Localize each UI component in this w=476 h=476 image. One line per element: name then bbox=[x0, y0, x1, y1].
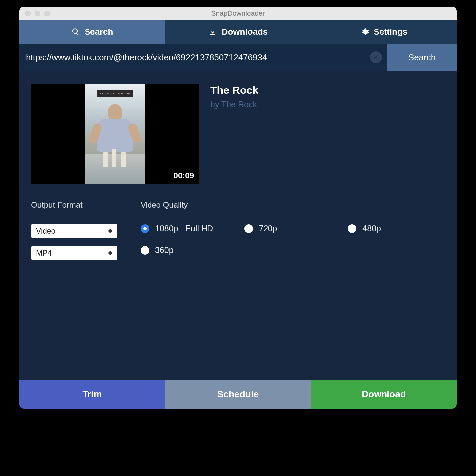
trim-button[interactable]: Trim bbox=[19, 380, 165, 409]
format-container-select[interactable]: MP4 bbox=[31, 246, 117, 260]
options: Output Format Video MP4 Video Quality 10… bbox=[31, 200, 445, 268]
quality-480p-label: 480p bbox=[362, 224, 381, 233]
schedule-button-label: Schedule bbox=[217, 389, 259, 400]
titlebar: SnapDownloader bbox=[19, 7, 457, 20]
search-button[interactable]: Search bbox=[387, 44, 457, 71]
video-quality-section: Video Quality 1080p - Full HD 720p 480p bbox=[141, 200, 445, 268]
quality-360p[interactable]: 360p bbox=[141, 245, 238, 255]
tab-search[interactable]: Search bbox=[19, 20, 165, 44]
format-container-value: MP4 bbox=[36, 249, 52, 258]
output-format-title: Output Format bbox=[31, 200, 127, 214]
spacer bbox=[31, 268, 445, 380]
tabs: Search Downloads Settings bbox=[19, 20, 457, 44]
schedule-button[interactable]: Schedule bbox=[165, 380, 311, 409]
tab-downloads[interactable]: Downloads bbox=[165, 20, 311, 44]
format-type-value: Video bbox=[36, 227, 55, 236]
app-window: SnapDownloader Search Downloads Settings… bbox=[19, 7, 457, 409]
tab-downloads-label: Downloads bbox=[222, 27, 268, 37]
quality-720p-label: 720p bbox=[259, 224, 277, 233]
tab-settings[interactable]: Settings bbox=[311, 20, 457, 44]
gear-icon bbox=[360, 28, 369, 36]
video-thumbnail[interactable]: ENJOY YOUR MANA 00:09 bbox=[31, 84, 199, 184]
quality-1080p[interactable]: 1080p - Full HD bbox=[141, 224, 238, 233]
video-meta: The Rock by The Rock bbox=[210, 84, 258, 184]
url-input[interactable] bbox=[26, 52, 370, 63]
radio-icon bbox=[348, 224, 356, 233]
searchbar: Search bbox=[19, 44, 457, 71]
tab-settings-label: Settings bbox=[374, 27, 408, 37]
close-icon bbox=[373, 54, 379, 60]
radio-icon bbox=[141, 224, 149, 233]
chevron-updown-icon bbox=[108, 229, 112, 233]
footer: Trim Schedule Download bbox=[19, 380, 457, 409]
output-format-section: Output Format Video MP4 bbox=[31, 200, 127, 268]
video-author: by The Rock bbox=[210, 100, 258, 109]
download-button-label: Download bbox=[362, 389, 406, 400]
trim-button-label: Trim bbox=[82, 389, 102, 400]
radio-icon bbox=[141, 246, 149, 255]
download-icon bbox=[208, 28, 217, 36]
download-button[interactable]: Download bbox=[311, 380, 457, 409]
video-duration: 00:09 bbox=[174, 171, 194, 180]
radio-icon bbox=[244, 224, 253, 233]
video-quality-title: Video Quality bbox=[141, 200, 445, 214]
content: ENJOY YOUR MANA 00:09 The Rock by The Ro… bbox=[19, 71, 457, 380]
search-icon bbox=[71, 28, 80, 36]
clear-url-button[interactable] bbox=[370, 51, 382, 63]
search-button-label: Search bbox=[408, 52, 436, 63]
tab-search-label: Search bbox=[85, 27, 113, 37]
thumbnail-image: ENJOY YOUR MANA bbox=[85, 84, 145, 184]
quality-360p-label: 360p bbox=[155, 245, 174, 255]
video-row: ENJOY YOUR MANA 00:09 The Rock by The Ro… bbox=[31, 84, 445, 184]
quality-720p[interactable]: 720p bbox=[244, 224, 341, 233]
quality-grid: 1080p - Full HD 720p 480p 360p bbox=[141, 224, 445, 255]
quality-1080p-label: 1080p - Full HD bbox=[155, 224, 213, 233]
video-title: The Rock bbox=[210, 84, 258, 96]
url-field-wrap bbox=[19, 44, 387, 71]
chevron-updown-icon bbox=[108, 251, 112, 255]
window-title: SnapDownloader bbox=[19, 9, 457, 17]
quality-480p[interactable]: 480p bbox=[348, 224, 445, 233]
format-type-select[interactable]: Video bbox=[31, 224, 117, 238]
